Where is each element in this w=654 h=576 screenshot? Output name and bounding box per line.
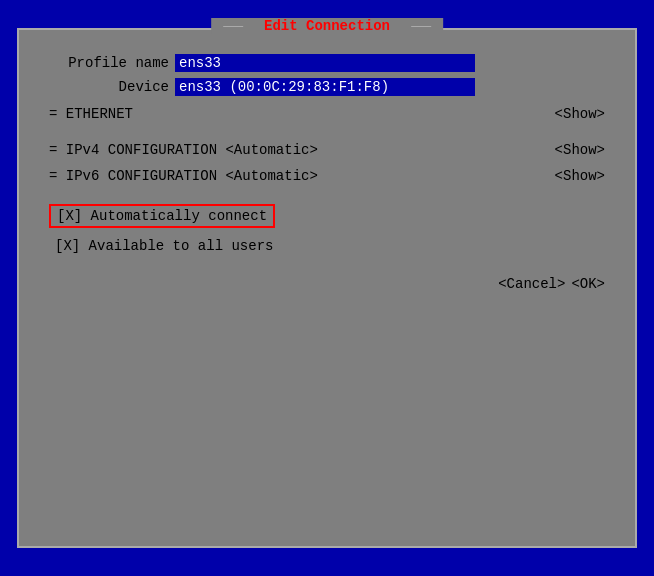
dialog-title: Edit Connection (211, 18, 443, 34)
all-users-checkbox[interactable]: [X] Available to all users (49, 236, 279, 256)
ethernet-section: = ETHERNET <Show> (49, 106, 605, 122)
profile-name-row: Profile name ens33 (49, 54, 605, 72)
ipv4-label: = IPv4 CONFIGURATION <Automatic> (49, 142, 318, 158)
profile-name-label: Profile name (49, 55, 169, 71)
auto-connect-row: [X] Automatically connect (49, 204, 605, 228)
device-value[interactable]: ens33 (00:0C:29:83:F1:F8) (175, 78, 475, 96)
all-users-row: [X] Available to all users (49, 236, 605, 256)
ipv6-section: = IPv6 CONFIGURATION <Automatic> <Show> (49, 168, 605, 184)
ethernet-show-button[interactable]: <Show> (555, 106, 605, 122)
action-row: <Cancel> <OK> (49, 276, 605, 292)
ipv4-show-button[interactable]: <Show> (555, 142, 605, 158)
profile-name-value[interactable]: ens33 (175, 54, 475, 72)
device-label: Device (49, 79, 169, 95)
ipv6-show-button[interactable]: <Show> (555, 168, 605, 184)
cancel-button[interactable]: <Cancel> (498, 276, 565, 292)
dialog-window: Edit Connection Profile name ens33 Devic… (17, 28, 637, 548)
ipv4-section: = IPv4 CONFIGURATION <Automatic> <Show> (49, 142, 605, 158)
device-row: Device ens33 (00:0C:29:83:F1:F8) (49, 78, 605, 96)
ethernet-label: = ETHERNET (49, 106, 133, 122)
auto-connect-checkbox[interactable]: [X] Automatically connect (49, 204, 275, 228)
ok-button[interactable]: <OK> (571, 276, 605, 292)
ipv6-label: = IPv6 CONFIGURATION <Automatic> (49, 168, 318, 184)
